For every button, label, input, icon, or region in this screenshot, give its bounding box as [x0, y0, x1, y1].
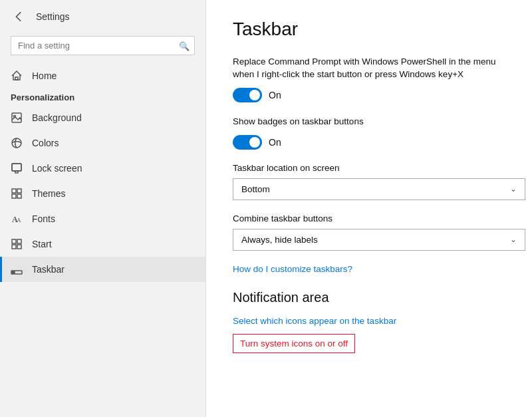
- badges-toggle-row: On: [233, 135, 505, 150]
- location-dropdown-value: Bottom: [241, 184, 270, 194]
- svg-rect-11: [17, 194, 21, 198]
- section-label: Personalization: [0, 88, 205, 105]
- themes-icon: [11, 188, 23, 200]
- customize-taskbars-link[interactable]: How do I customize taskbars?: [233, 264, 505, 274]
- svg-rect-15: [17, 239, 21, 243]
- location-dropdown[interactable]: Bottom ⌄: [233, 178, 525, 200]
- start-icon: [11, 238, 23, 250]
- badges-description: Show badges on taskbar buttons: [233, 116, 505, 128]
- powershell-toggle-row: On: [233, 88, 505, 102]
- notification-area-heading: Notification area: [233, 290, 505, 305]
- badges-toggle[interactable]: [233, 135, 262, 150]
- sidebar-item-start[interactable]: Start: [0, 231, 205, 257]
- svg-rect-16: [12, 245, 16, 249]
- sidebar-item-taskbar[interactable]: Taskbar ►: [0, 257, 205, 282]
- sidebar-item-background-label: Background: [32, 112, 82, 123]
- svg-rect-0: [15, 77, 18, 80]
- svg-rect-14: [12, 239, 16, 243]
- lock-screen-icon: [11, 162, 23, 174]
- sidebar-item-fonts[interactable]: A A Fonts: [0, 206, 205, 231]
- page-title: Taskbar: [233, 19, 505, 40]
- app-title: Settings: [36, 11, 70, 22]
- badges-toggle-block: Show badges on taskbar buttons On: [233, 116, 505, 150]
- combine-dropdown-value: Always, hide labels: [241, 235, 318, 245]
- sidebar-item-lock-screen[interactable]: Lock screen: [0, 156, 205, 181]
- sidebar-item-lock-screen-label: Lock screen: [32, 163, 82, 174]
- badges-toggle-state: On: [269, 137, 281, 148]
- sidebar-item-start-label: Start: [32, 239, 52, 249]
- sidebar-header: Settings: [0, 0, 205, 33]
- svg-rect-9: [17, 189, 21, 193]
- svg-rect-10: [12, 194, 16, 198]
- sidebar: Settings 🔍 Home Personalization Backgrou…: [0, 0, 206, 417]
- sidebar-item-colors[interactable]: Colors: [0, 130, 205, 156]
- svg-rect-17: [17, 245, 21, 249]
- powershell-description: Replace Command Prompt with Windows Powe…: [233, 56, 505, 81]
- svg-rect-19: [12, 271, 15, 273]
- search-icon: 🔍: [179, 41, 190, 51]
- sidebar-item-themes[interactable]: Themes: [0, 181, 205, 206]
- sidebar-item-home-label: Home: [32, 70, 57, 81]
- svg-point-2: [14, 116, 16, 118]
- taskbar-icon: [11, 263, 23, 275]
- background-icon: [11, 112, 23, 124]
- combine-dropdown[interactable]: Always, hide labels ⌄: [233, 229, 525, 251]
- turn-system-icons-link[interactable]: Turn system icons on or off: [233, 334, 355, 353]
- location-dropdown-label: Taskbar location on screen: [233, 163, 505, 173]
- sidebar-item-background[interactable]: Background: [0, 105, 205, 130]
- search-box[interactable]: 🔍: [11, 36, 195, 55]
- powershell-toggle-block: Replace Command Prompt with Windows Powe…: [233, 56, 505, 102]
- svg-rect-8: [12, 189, 16, 193]
- location-chevron-icon: ⌄: [510, 184, 517, 194]
- combine-chevron-icon: ⌄: [510, 235, 517, 244]
- svg-rect-7: [12, 164, 21, 171]
- colors-icon: [11, 137, 23, 149]
- back-button[interactable]: [11, 8, 28, 25]
- svg-rect-4: [12, 164, 21, 171]
- sidebar-item-fonts-label: Fonts: [32, 213, 55, 224]
- sidebar-item-taskbar-label: Taskbar: [32, 264, 65, 275]
- home-icon: [11, 70, 23, 82]
- svg-point-3: [12, 138, 21, 148]
- sidebar-item-home[interactable]: Home: [0, 63, 205, 88]
- svg-text:A: A: [17, 217, 21, 223]
- fonts-icon: A A: [11, 213, 23, 225]
- main-content: Taskbar Replace Command Prompt with Wind…: [206, 0, 532, 417]
- powershell-toggle-state: On: [269, 90, 281, 100]
- search-input[interactable]: [11, 36, 195, 55]
- sidebar-item-colors-label: Colors: [32, 138, 59, 148]
- powershell-toggle[interactable]: [233, 88, 262, 102]
- combine-dropdown-label: Combine taskbar buttons: [233, 213, 505, 223]
- sidebar-item-themes-label: Themes: [32, 188, 66, 199]
- select-icons-link[interactable]: Select which icons appear on the taskbar: [233, 316, 505, 326]
